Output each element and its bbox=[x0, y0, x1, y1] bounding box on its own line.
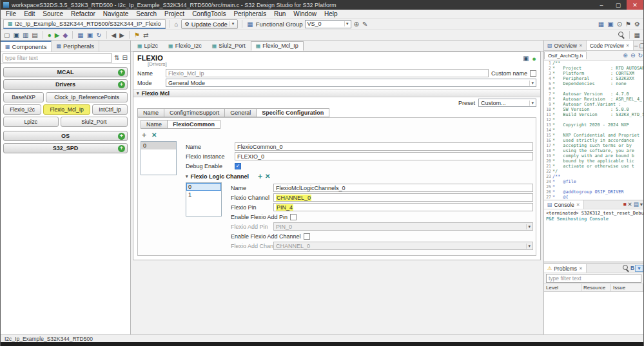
maximize-view-icon[interactable]: ▢ bbox=[638, 41, 644, 50]
component-button[interactable]: Siul2_Port bbox=[61, 117, 128, 127]
menu-item[interactable]: Help bbox=[320, 10, 342, 17]
menu-item[interactable]: ConfigTools bbox=[188, 10, 229, 17]
menu-item[interactable]: Project bbox=[161, 10, 188, 17]
tab-console[interactable]: ▤ Console ✕ bbox=[544, 200, 584, 209]
mode-select[interactable]: General Mode ▾ bbox=[166, 79, 536, 87]
flexio-instance-field[interactable]: FLEXIO_0 bbox=[235, 152, 533, 160]
export-icon[interactable]: ▣ bbox=[522, 54, 529, 62]
add-pin-select[interactable]: PIN_0 ▾ bbox=[273, 222, 533, 231]
add-channel-icon[interactable]: + bbox=[258, 173, 262, 180]
list-item[interactable]: 0 bbox=[186, 183, 221, 191]
problems-table-body[interactable] bbox=[544, 292, 643, 334]
component-button[interactable]: Lpi2c bbox=[3, 117, 59, 127]
tab-components[interactable]: ▦ Components bbox=[1, 41, 52, 52]
functional-group-select[interactable]: VS_0 ▾ bbox=[305, 20, 351, 28]
add-functional-group-icon[interactable]: ⊕ bbox=[353, 20, 360, 28]
display-console-icon[interactable]: ▤ bbox=[633, 200, 639, 209]
editor-tab[interactable]: ▦ Flexio_I2c bbox=[163, 41, 207, 51]
menu-item[interactable]: File bbox=[2, 10, 20, 17]
pins-tool-icon[interactable]: ▣ bbox=[607, 20, 614, 28]
run-icon[interactable]: ▶ bbox=[54, 31, 61, 39]
add-channel-select[interactable]: CHANNEL_0 ▾ bbox=[273, 242, 533, 250]
form-tab[interactable]: Name bbox=[137, 108, 164, 117]
channel-name-field[interactable]: FlexioMclLogicChannels_0 bbox=[273, 184, 533, 192]
group-os[interactable]: OS + bbox=[3, 131, 128, 141]
console-output[interactable]: <terminated> S32K312_test_reset_Debug_FL… bbox=[544, 209, 643, 261]
tab-problems[interactable]: ⚠ Problems ✕ bbox=[544, 264, 587, 273]
component-button[interactable]: Flexio_Mcl_Ip bbox=[43, 104, 90, 115]
zoom-in-icon[interactable]: ⊕ bbox=[622, 52, 629, 60]
custom-name-checkbox[interactable] bbox=[530, 70, 536, 77]
perspective-icon[interactable]: ▦ bbox=[634, 31, 641, 39]
save-icon[interactable]: ▣ bbox=[12, 31, 19, 39]
code-preview[interactable]: 1 /** 2 * Project : RTD AUTOSAR 4.7 3 * … bbox=[544, 61, 643, 200]
update-code-button[interactable]: ⚙ Update Code ▾ bbox=[181, 19, 239, 29]
flag-icon[interactable]: ⚑ bbox=[625, 20, 632, 28]
section-flexio-mcl[interactable]: ▾ Flexio Mcl bbox=[133, 89, 540, 97]
list-item[interactable]: 0 bbox=[141, 142, 176, 149]
stop-icon[interactable]: ■ bbox=[622, 200, 627, 209]
add-icon[interactable]: + bbox=[118, 133, 125, 140]
refresh-icon[interactable]: ↻ bbox=[95, 31, 102, 39]
column-level[interactable]: Level bbox=[544, 284, 581, 291]
sort-icon[interactable]: ⇅ bbox=[113, 53, 120, 62]
section-flexio-logic-channel[interactable]: ▾ Flexio Logic Channel + ✕ bbox=[186, 172, 533, 181]
menu-item[interactable]: Run bbox=[270, 10, 289, 17]
menu-item[interactable]: Peripherals bbox=[229, 10, 270, 17]
form-subtab[interactable]: FlexioCommon bbox=[168, 120, 220, 129]
preset-select[interactable]: Custom... ▾ bbox=[478, 99, 536, 107]
enabled-indicator-icon[interactable]: ● bbox=[532, 55, 536, 62]
add-icon[interactable]: + bbox=[118, 145, 125, 152]
component-button[interactable]: IntCtrl_Ip bbox=[92, 104, 128, 115]
forward-icon[interactable]: ▶ bbox=[119, 31, 125, 39]
group-by-icon[interactable]: B bbox=[630, 264, 635, 273]
close-icon[interactable]: ✕ bbox=[579, 266, 583, 271]
add-item-icon[interactable]: + bbox=[142, 131, 146, 139]
flexio-channel-field[interactable]: CHANNEL_0 bbox=[273, 193, 533, 202]
group-s32spd[interactable]: S32_SPD + bbox=[3, 143, 128, 153]
form-tab[interactable]: Specific Configuration bbox=[257, 108, 329, 117]
chevron-down-icon[interactable]: ▾ bbox=[639, 200, 643, 209]
close-icon[interactable]: ✕ bbox=[576, 202, 580, 207]
gear-icon[interactable]: ⚙ bbox=[634, 20, 641, 28]
close-button[interactable]: ✕ bbox=[627, 0, 643, 10]
group-mcal[interactable]: MCAL + bbox=[3, 67, 128, 77]
menu-item[interactable]: Refactor bbox=[67, 10, 99, 17]
problems-filter-input[interactable] bbox=[546, 274, 641, 283]
tab-peripherals[interactable]: ▩ Peripherals bbox=[52, 41, 99, 52]
name-field[interactable]: Flexio_Mcl_Ip bbox=[166, 69, 489, 77]
minimize-button[interactable]: – bbox=[593, 0, 610, 10]
filter-icon[interactable]: ▼ bbox=[635, 265, 643, 272]
maximize-button[interactable]: ▢ bbox=[610, 0, 627, 10]
form-subtab[interactable]: Name bbox=[141, 120, 168, 129]
form-tab[interactable]: General bbox=[225, 108, 257, 117]
editor-tab[interactable]: ▦ Flexio_Mcl_Ip bbox=[251, 41, 304, 51]
enable-add-channel-checkbox[interactable] bbox=[304, 233, 310, 240]
tab-code-preview[interactable]: Code Preview ✕ bbox=[587, 41, 634, 50]
components-filter-input[interactable] bbox=[3, 53, 112, 62]
enable-add-pin-checkbox[interactable] bbox=[290, 214, 297, 220]
search-icon[interactable] bbox=[623, 265, 630, 272]
column-resource[interactable]: Resource bbox=[581, 284, 611, 291]
tab-overview[interactable]: ▧ Overview ✕ bbox=[544, 41, 587, 50]
home-icon[interactable]: ⌂ bbox=[174, 20, 179, 28]
edit-functional-group-icon[interactable]: ✎ bbox=[362, 20, 368, 28]
menu-item[interactable]: Window bbox=[289, 10, 320, 17]
refresh-icon[interactable]: ↻ bbox=[637, 52, 643, 60]
close-icon[interactable]: ✕ bbox=[626, 43, 630, 48]
bookmark-icon[interactable]: ⚑ bbox=[133, 31, 141, 39]
back-icon[interactable]: ◀ bbox=[111, 31, 117, 39]
zoom-out-icon[interactable]: ⊖ bbox=[630, 52, 636, 60]
configtool-breadcrumb-tab[interactable]: ▦ I2c_Ip_Example_S32K344_RTD500/S32K344_… bbox=[3, 19, 166, 29]
flexio-pin-field[interactable]: PIN_4 bbox=[273, 203, 533, 211]
menu-item[interactable]: Search bbox=[132, 10, 161, 17]
list-item[interactable]: 1 bbox=[186, 191, 221, 198]
add-icon[interactable]: + bbox=[118, 81, 125, 88]
debug-icon[interactable]: ● bbox=[47, 31, 52, 39]
close-icon[interactable]: ✕ bbox=[579, 43, 583, 48]
common-name-field[interactable]: FlexioCommon_0 bbox=[235, 142, 533, 151]
editor-tab[interactable]: ▦ Siul2_Port bbox=[207, 41, 251, 51]
save-all-icon[interactable]: ▥ bbox=[22, 31, 29, 39]
collapse-all-icon[interactable]: ⊟ bbox=[122, 53, 128, 62]
clear-console-icon[interactable]: ✕ bbox=[627, 200, 633, 209]
